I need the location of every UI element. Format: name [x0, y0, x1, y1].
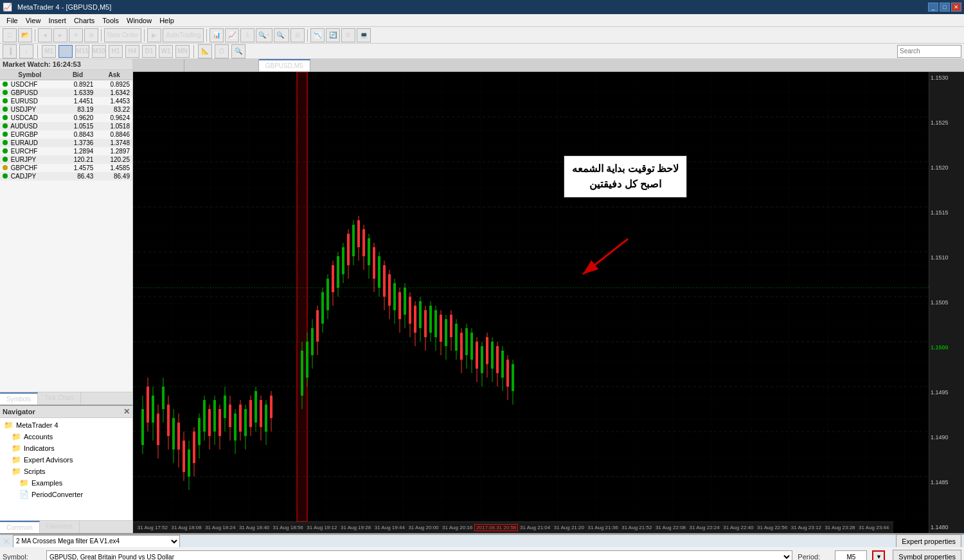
svg-rect-120: [440, 315, 442, 342]
svg-rect-128: [460, 333, 463, 360]
menu-window[interactable]: Window: [123, 15, 156, 26]
market-watch-row[interactable]: EURUSD 1.4451 1.4453: [0, 97, 132, 105]
period-m30[interactable]: M30: [92, 45, 106, 58]
nav-tree: 📁MetaTrader 4📁Accounts📁Indicators📁Expert…: [0, 418, 132, 520]
tb-back[interactable]: ◄: [38, 28, 52, 42]
navigator-header: Navigator ✕: [0, 406, 132, 418]
tb-crosshair[interactable]: ✛: [69, 28, 83, 42]
market-watch-row[interactable]: GBPCHF 1.4575 1.4585: [0, 164, 132, 172]
nav-folder-item[interactable]: 📁Indicators: [1, 442, 131, 454]
close-tester-icon[interactable]: ✕: [3, 536, 10, 547]
tab-symbols[interactable]: Symbols: [0, 392, 38, 405]
tb-autotrading[interactable]: AutoTrading: [163, 28, 204, 42]
menu-file[interactable]: File: [3, 15, 22, 26]
chart-tab-eurusd-m2[interactable]: EURUSD,M2 (offline): [184, 59, 259, 71]
svg-rect-19: [157, 414, 159, 445]
tb-line-chart[interactable]: ▐: [3, 44, 17, 58]
symbol-select[interactable]: GBPUSD, Great Britain Pound vs US Dollar: [46, 550, 792, 560]
nav-leaf-item[interactable]: 📄PeriodConverter: [1, 489, 131, 500]
minimize-btn[interactable]: _: [928, 3, 938, 12]
tb-grid[interactable]: ⊞: [290, 28, 305, 42]
menu-view[interactable]: View: [22, 15, 45, 26]
period-m5[interactable]: M5: [58, 45, 73, 58]
price-4: 1.1515: [931, 209, 963, 216]
svg-rect-92: [368, 238, 370, 265]
svg-rect-43: [219, 409, 221, 436]
tb-forward[interactable]: ►: [53, 28, 67, 42]
symbol-properties-btn[interactable]: Symbol properties: [893, 550, 961, 560]
nav-item-label: Indicators: [24, 444, 55, 452]
period-mn[interactable]: MN: [175, 45, 190, 58]
tb-ea2[interactable]: 🔄: [326, 28, 340, 42]
menu-insert[interactable]: Insert: [44, 15, 70, 26]
tb-terminal[interactable]: 💻: [357, 28, 371, 42]
time-7: 31 Aug 19:28: [339, 525, 373, 530]
menu-tools[interactable]: Tools: [98, 15, 123, 26]
market-watch-row[interactable]: EURGBP 0.8843 0.8846: [0, 130, 132, 139]
market-symbol: EURGBP: [0, 130, 60, 139]
nav-folder-item[interactable]: 📁Expert Advisors: [1, 454, 131, 466]
tb-zoom-in[interactable]: ⊕: [84, 28, 98, 42]
folder-icon: 📁: [12, 455, 21, 464]
period-dropdown-btn[interactable]: ▼: [872, 550, 885, 560]
tb-indicator[interactable]: 📐: [198, 44, 212, 58]
tb-candle[interactable]: 🕯: [240, 28, 254, 42]
chart-tab-eurusd-m1[interactable]: EURUSD,M1: [133, 59, 184, 71]
tb-new[interactable]: 🗋: [3, 28, 17, 42]
nav-tab-favorites[interactable]: Favorites: [40, 521, 80, 533]
tb-zoomout[interactable]: 🔍-: [274, 28, 289, 42]
market-watch-row[interactable]: USDJPY 83.19 83.22: [0, 105, 132, 114]
market-watch-row[interactable]: CADJPY 86.43 86.49: [0, 172, 132, 180]
period-h4[interactable]: H4: [125, 45, 139, 58]
tb-ea1[interactable]: 📉: [310, 28, 325, 42]
market-watch-row[interactable]: EURCHF 1.2894 1.2897: [0, 147, 132, 155]
time-13: 31 Aug 21:20: [552, 525, 586, 530]
period-h1[interactable]: H1: [109, 45, 123, 58]
period-w1[interactable]: W1: [159, 45, 173, 58]
nav-folder-item[interactable]: 📁MetaTrader 4: [1, 419, 131, 431]
price-8: 1.1495: [931, 389, 963, 396]
expert-properties-btn[interactable]: Expert properties: [896, 534, 961, 548]
tb-open[interactable]: 📂: [18, 28, 32, 42]
period-input[interactable]: [835, 550, 867, 560]
search-input[interactable]: [897, 45, 961, 58]
tb-arrows[interactable]: ↕: [19, 44, 33, 58]
menu-charts[interactable]: Charts: [70, 15, 98, 26]
nav-folder-item[interactable]: 📁Scripts: [1, 466, 131, 477]
tb-search[interactable]: 🔍: [231, 44, 245, 58]
tb-zoomin2[interactable]: 🔍+: [256, 28, 272, 42]
tb-new-order[interactable]: New Order: [104, 28, 141, 42]
tb-line[interactable]: 📊: [210, 28, 224, 42]
tb-expert[interactable]: ⚙: [341, 28, 355, 42]
title-bar-controls[interactable]: _ □ ✕: [928, 3, 961, 12]
menu-help[interactable]: Help: [156, 15, 178, 26]
tb-bar[interactable]: 📈: [225, 28, 239, 42]
tab-tick-chart[interactable]: Tick Chart: [38, 392, 80, 405]
nav-folder-item[interactable]: 📁Accounts: [1, 431, 131, 442]
tb-template[interactable]: 🗒: [215, 44, 229, 58]
svg-rect-142: [496, 346, 499, 373]
nav-item-label: Accounts: [24, 433, 53, 441]
chart-tab-gbpusd-m5[interactable]: GBPUSD,M5: [259, 59, 310, 71]
market-watch-row[interactable]: USDCAD 0.9620 0.9624: [0, 114, 132, 122]
market-watch-row[interactable]: AUDUSD 1.0515 1.0518: [0, 122, 132, 130]
period-m15[interactable]: M15: [75, 45, 89, 58]
tb-autotrading-icon[interactable]: ▶: [147, 28, 161, 42]
price-10: 1.1485: [931, 479, 963, 486]
market-watch-row[interactable]: EURAUD 1.3736 1.3748: [0, 139, 132, 147]
ea-dropdown[interactable]: 2 MA Crosses Mega filter EA V1.ex4: [13, 535, 180, 548]
close-btn[interactable]: ✕: [951, 3, 961, 12]
nav-tab-common[interactable]: Common: [0, 521, 40, 533]
market-watch-row[interactable]: USDCHF 0.8921 0.8925: [0, 80, 132, 89]
market-watch-row[interactable]: GBPUSD 1.6339 1.6342: [0, 89, 132, 97]
svg-rect-106: [404, 288, 406, 315]
period-d1[interactable]: D1: [142, 45, 156, 58]
price-2: 1.1525: [931, 119, 963, 126]
svg-rect-59: [260, 400, 262, 427]
time-22: 31 Aug 23:44: [857, 525, 891, 530]
nav-folder-item[interactable]: 📁Examples: [1, 477, 131, 489]
period-m1[interactable]: M1: [42, 45, 56, 58]
market-watch-row[interactable]: EURJPY 120.21 120.25: [0, 155, 132, 164]
maximize-btn[interactable]: □: [940, 3, 950, 12]
navigator-close[interactable]: ✕: [123, 407, 130, 416]
